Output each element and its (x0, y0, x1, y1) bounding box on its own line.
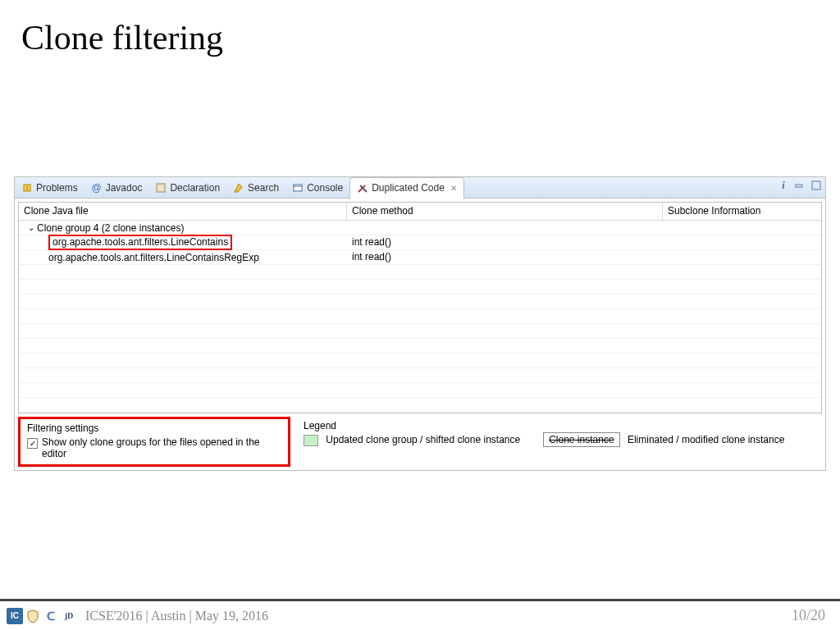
filtering-settings-box: Filtering settings ✓ Show only clone gro… (18, 417, 290, 467)
legend-title: Legend (304, 420, 815, 431)
table-body: ⌄ Clone group 4 (2 clone instances) org.… (19, 221, 821, 413)
page-total: /20 (806, 607, 825, 623)
tab-label: Javadoc (106, 182, 143, 194)
legend-eliminated-label: Eliminated / modified clone instance (628, 434, 784, 445)
highlighted-file: org.apache.tools.ant.filters.LineContain… (48, 235, 232, 250)
table-row[interactable]: org.apache.tools.ant.filters.LineContain… (19, 250, 821, 265)
col-header-method[interactable]: Clone method (347, 203, 663, 220)
cell-method: int read() (347, 235, 663, 249)
svg-rect-4 (294, 185, 302, 191)
logo-icse-icon: IC (7, 608, 23, 624)
tab-label: Duplicated Code (372, 182, 445, 194)
filtering-settings-title: Filtering settings (27, 422, 281, 434)
svg-rect-8 (796, 185, 802, 187)
table-row[interactable]: org.apache.tools.ant.filters.LineContain… (19, 235, 821, 250)
col-header-file[interactable]: Clone Java file (19, 203, 347, 220)
flashlight-icon (233, 182, 244, 194)
slide-footer: IC ᑕ jD ICSE'2016 | Austin | May 19, 201… (0, 599, 840, 630)
tab-console[interactable]: Console (285, 177, 349, 198)
console-icon (292, 182, 304, 194)
minimize-icon[interactable] (794, 180, 806, 191)
tab-duplicated-code[interactable]: Duplicated Code ✕ (349, 177, 464, 199)
logo-concordia-icon: ᑕ (43, 608, 59, 624)
tools-icon (357, 182, 368, 194)
chevron-down-icon[interactable]: ⌄ (27, 223, 35, 232)
legend-strike-box: Clone instance (543, 432, 619, 447)
close-icon[interactable]: ✕ (450, 184, 457, 193)
col-header-subclone[interactable]: Subclone Information (663, 203, 821, 220)
footer-logos: IC ᑕ jD (7, 608, 77, 624)
table-header: Clone Java file Clone method Subclone In… (19, 203, 821, 221)
settings-area: Filtering settings ✓ Show only clone gro… (18, 417, 822, 467)
checkbox-show-only[interactable]: ✓ (27, 438, 38, 449)
eclipse-panel: ! Problems @ Javadoc Declaration Search … (14, 176, 826, 471)
svg-marker-3 (235, 184, 242, 192)
declaration-icon (155, 182, 167, 194)
maximize-icon[interactable] (810, 180, 822, 191)
tab-search[interactable]: Search (226, 177, 285, 198)
tab-label: Problems (36, 182, 78, 194)
info-icon[interactable]: i (778, 180, 789, 191)
cell-method: int read() (347, 250, 663, 264)
at-icon: @ (91, 182, 103, 194)
svg-rect-2 (157, 184, 165, 192)
table-row-group[interactable]: ⌄ Clone group 4 (2 clone instances) (19, 221, 821, 235)
legend-swatch-green (304, 435, 318, 446)
tab-label: Declaration (170, 182, 220, 194)
page-current: 10 (792, 607, 806, 623)
tab-label: Console (307, 182, 343, 194)
checkbox-label: Show only clone groups for the files ope… (42, 436, 281, 459)
page-number: 10/20 (792, 607, 825, 624)
legend-box: Legend Updated clone group / shifted clo… (297, 417, 822, 467)
logo-shield-icon (25, 608, 41, 624)
tab-bar: ! Problems @ Javadoc Declaration Search … (15, 177, 825, 199)
tab-javadoc[interactable]: @ Javadoc (84, 177, 149, 198)
tab-declaration[interactable]: Declaration (148, 177, 226, 198)
legend-updated-label: Updated clone group / shifted clone inst… (326, 434, 520, 445)
warning-icon: ! (21, 182, 33, 194)
logo-jd-icon: jD (61, 608, 77, 624)
footer-text: ICSE'2016 | Austin | May 19, 2016 (85, 609, 268, 623)
group-label: Clone group 4 (2 clone instances) (37, 222, 184, 234)
cell-file: org.apache.tools.ant.filters.LineContain… (19, 250, 347, 264)
svg-text:!: ! (26, 185, 28, 192)
slide-title: Clone filtering (0, 0, 840, 57)
svg-rect-9 (812, 181, 820, 189)
tab-problems[interactable]: ! Problems (15, 177, 84, 198)
tab-label: Search (248, 182, 279, 194)
clone-table: Clone Java file Clone method Subclone In… (18, 202, 822, 413)
